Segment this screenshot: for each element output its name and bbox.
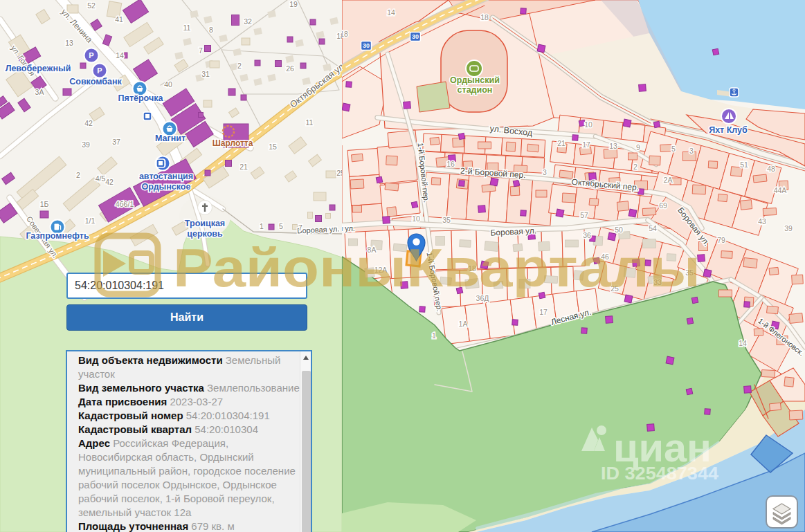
svg-text:39: 39 xyxy=(784,224,793,232)
svg-text:7: 7 xyxy=(199,46,203,55)
svg-text:ID 325487344: ID 325487344 xyxy=(601,463,719,484)
svg-text:8: 8 xyxy=(209,26,213,34)
svg-text:17: 17 xyxy=(539,308,548,316)
svg-text:40: 40 xyxy=(164,80,172,89)
svg-text:32: 32 xyxy=(244,17,252,26)
svg-text:10: 10 xyxy=(584,120,593,129)
svg-text:3А: 3А xyxy=(35,88,44,96)
svg-text:Левобережный: Левобережный xyxy=(6,64,71,73)
svg-text:79: 79 xyxy=(717,236,725,244)
svg-text:1: 1 xyxy=(260,222,264,230)
svg-text:Яхт Клуб: Яхт Клуб xyxy=(709,125,748,135)
svg-text:11: 11 xyxy=(306,118,314,127)
svg-text:17: 17 xyxy=(582,140,590,149)
svg-text:2: 2 xyxy=(633,163,637,171)
svg-text:54: 54 xyxy=(649,224,657,232)
svg-text:2: 2 xyxy=(76,171,80,179)
svg-text:1/1: 1/1 xyxy=(85,217,96,225)
svg-text:3: 3 xyxy=(689,147,694,155)
svg-text:Магнит: Магнит xyxy=(155,134,186,143)
svg-text:44А: 44А xyxy=(774,186,787,194)
svg-text:18: 18 xyxy=(480,13,489,21)
svg-text:2: 2 xyxy=(237,62,242,70)
svg-text:48: 48 xyxy=(767,165,775,173)
svg-text:42: 42 xyxy=(84,119,93,127)
svg-text:30: 30 xyxy=(363,42,370,49)
svg-text:41: 41 xyxy=(115,15,123,24)
svg-text:автостанция: автостанция xyxy=(139,172,193,181)
svg-text:18: 18 xyxy=(468,264,476,273)
svg-text:30: 30 xyxy=(412,33,419,40)
svg-text:57: 57 xyxy=(580,211,588,219)
svg-text:69: 69 xyxy=(659,201,667,210)
svg-text:4/5: 4/5 xyxy=(96,174,106,183)
svg-text:19: 19 xyxy=(289,0,298,8)
svg-text:43: 43 xyxy=(758,217,766,226)
svg-text:51: 51 xyxy=(740,160,748,169)
svg-text:42: 42 xyxy=(105,178,114,186)
svg-text:7: 7 xyxy=(298,223,302,232)
svg-text:39: 39 xyxy=(82,140,90,149)
svg-text:21: 21 xyxy=(239,163,248,171)
svg-text:26: 26 xyxy=(286,64,294,73)
svg-text:Ордынское: Ордынское xyxy=(142,182,191,192)
svg-text:5: 5 xyxy=(279,222,283,230)
svg-text:стадион: стадион xyxy=(458,85,493,95)
svg-text:25: 25 xyxy=(610,284,619,293)
svg-text:35: 35 xyxy=(442,216,451,224)
svg-text:13: 13 xyxy=(65,39,73,47)
svg-text:Пятёрочка: Пятёрочка xyxy=(118,93,164,103)
svg-text:8А: 8А xyxy=(368,246,377,254)
svg-text:52: 52 xyxy=(87,1,96,10)
svg-text:11: 11 xyxy=(183,24,191,32)
svg-text:13: 13 xyxy=(609,142,617,150)
svg-text:Р: Р xyxy=(89,51,93,59)
svg-text:33: 33 xyxy=(653,278,662,286)
svg-text:37: 37 xyxy=(112,138,120,146)
svg-text:Троицкая: Троицкая xyxy=(185,219,225,228)
svg-text:Ордынский: Ордынский xyxy=(450,75,500,85)
svg-text:36: 36 xyxy=(583,231,591,239)
svg-text:2А: 2А xyxy=(664,176,673,184)
svg-text:9: 9 xyxy=(636,143,640,152)
svg-text:5: 5 xyxy=(671,145,676,153)
svg-text:46: 46 xyxy=(601,253,609,261)
svg-text:церковь: церковь xyxy=(187,229,223,239)
svg-text:1Б: 1Б xyxy=(40,200,49,208)
svg-text:14: 14 xyxy=(387,8,395,17)
svg-text:31: 31 xyxy=(201,70,210,78)
svg-text:16: 16 xyxy=(446,160,455,168)
svg-text:35: 35 xyxy=(685,268,694,277)
svg-text:3: 3 xyxy=(543,168,547,176)
svg-text:Газпромнефть: Газпромнефть xyxy=(26,231,89,241)
svg-text:4б6/1: 4б6/1 xyxy=(116,200,134,208)
svg-text:Совкомбанк: Совкомбанк xyxy=(69,77,122,86)
svg-text:1: 1 xyxy=(432,331,436,340)
svg-text:12А: 12А xyxy=(374,266,388,274)
svg-text:14: 14 xyxy=(116,51,124,59)
svg-text:50: 50 xyxy=(615,226,623,234)
svg-text:36Д: 36Д xyxy=(476,294,489,302)
svg-text:10: 10 xyxy=(412,214,420,223)
svg-text:Шарлотта: Шарлотта xyxy=(212,138,253,148)
svg-text:Р: Р xyxy=(97,66,102,75)
svg-text:1А: 1А xyxy=(459,320,468,328)
svg-text:14: 14 xyxy=(739,339,747,347)
svg-text:21: 21 xyxy=(557,139,566,147)
svg-text:15: 15 xyxy=(269,143,277,151)
